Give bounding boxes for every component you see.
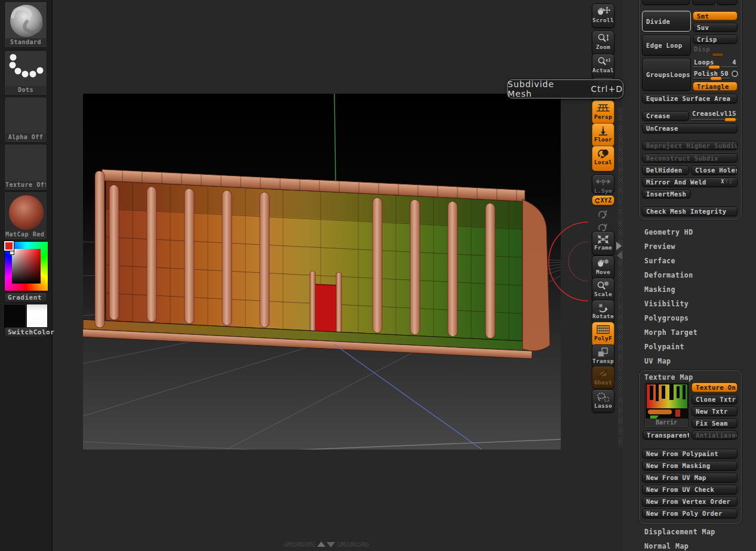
switch-color-button[interactable]: SwitchColor [4, 327, 47, 337]
new-from-poly-order-button[interactable]: New From Poly Order [642, 509, 737, 518]
current-color-swatch[interactable] [4, 241, 14, 251]
secondary-color-swatch[interactable] [26, 304, 48, 328]
local-button[interactable]: Local [592, 146, 614, 171]
smt-button[interactable]: Smt [693, 11, 737, 20]
lasso-label: Lasso [592, 402, 614, 410]
bottom-tray-divider[interactable] [284, 542, 315, 547]
section-visibility[interactable]: Visibility [644, 300, 689, 308]
transparent-button[interactable]: Transparent [643, 430, 690, 439]
ghost-icon [596, 368, 610, 379]
section-uv-map[interactable]: UV Map [644, 357, 671, 365]
polyframe-button[interactable]: PolyF [592, 322, 614, 346]
section-polygroups[interactable]: Polygroups [644, 314, 689, 322]
main-color-swatch[interactable] [4, 305, 25, 328]
new-from-masking-button[interactable]: New From Masking [642, 461, 737, 470]
section-texture-map[interactable]: Texture Map [644, 373, 693, 381]
divide-button[interactable]: Divide [642, 11, 691, 32]
clone-txtr-button[interactable]: Clone Txtr [692, 395, 737, 404]
color-cursor[interactable] [10, 250, 14, 255]
texture-selector[interactable]: Texture Off [4, 144, 47, 190]
groups-loops-button[interactable]: GroupsLoops [642, 58, 691, 91]
section-masking[interactable]: Masking [644, 285, 675, 294]
disp-slider[interactable]: Disp [693, 45, 737, 56]
new-from-uv-check-button[interactable]: New From UV Check [642, 485, 737, 494]
lasso-button[interactable]: Lasso [592, 389, 614, 413]
tray-down-arrow-icon[interactable] [327, 542, 335, 547]
section-preview[interactable]: Preview [644, 242, 675, 251]
floor-button[interactable]: Y Floor [592, 123, 614, 147]
rotate-button[interactable]: Rotate [592, 300, 614, 324]
new-txtr-button[interactable]: New Txtr [692, 407, 737, 416]
loops-slider[interactable]: Loops4 [693, 59, 737, 69]
new-from-uv-map-button[interactable]: New From UV Map [642, 473, 737, 482]
right-tray-divider[interactable] [618, 107, 623, 448]
transp-button[interactable]: Transp [592, 344, 614, 368]
polish-slider[interactable]: Polish50 [693, 70, 730, 80]
zoom-button[interactable]: Zoom [592, 30, 614, 55]
fix-seam-button[interactable]: Fix Seam [692, 418, 737, 428]
actual-button[interactable]: x1 Actual [592, 54, 614, 78]
triangle-button[interactable]: Triangle [693, 82, 737, 91]
color-picker[interactable] [4, 241, 48, 291]
section-geometry-hd[interactable]: Geometry HD [644, 228, 693, 236]
viewport-canvas[interactable] [83, 94, 561, 450]
rotate-z-button[interactable]: Z [592, 207, 614, 219]
crisp-button[interactable]: Crisp [693, 35, 737, 44]
color-sv-square[interactable] [12, 249, 41, 284]
material-selector[interactable]: MatCap Red Wa [4, 192, 47, 240]
frame-button[interactable]: Frame [592, 231, 614, 256]
alpha-selector[interactable]: Alpha Off [4, 97, 47, 143]
antialiased-button[interactable]: Antialiased [692, 430, 737, 439]
move-button[interactable]: Move [592, 256, 614, 279]
ghost-button[interactable]: Ghost [592, 366, 614, 389]
section-displacement-map[interactable]: Displacement Map [644, 528, 715, 536]
close-holes-button[interactable]: Close Holes [691, 165, 737, 175]
texture-thumbnail[interactable]: Barrir [644, 382, 689, 428]
crease-button[interactable]: Crease [642, 111, 689, 121]
scale-button[interactable]: Scale [592, 278, 614, 302]
texture-on-button[interactable]: Texture On [692, 383, 737, 392]
polish-mode-toggle[interactable] [732, 70, 738, 77]
scroll-button[interactable]: Scroll [592, 4, 614, 28]
section-deformation[interactable]: Deformation [644, 271, 693, 279]
reconstruct-subdiv-button[interactable]: Reconstruct Subdiv [642, 153, 737, 162]
rotate-y-button[interactable]: Y [592, 220, 614, 232]
matcap-sphere-icon [5, 193, 47, 232]
brush-standard[interactable]: Standard [4, 1, 47, 48]
tray-close-arrow-icon[interactable] [617, 251, 622, 260]
axis-z-toggle[interactable]: Z [729, 179, 733, 184]
transp-label: Transp [592, 358, 614, 365]
frame-corners-icon [596, 233, 610, 244]
uncrease-button[interactable]: UnCrease [642, 124, 737, 133]
edge-loop-button[interactable]: Edge Loop [642, 35, 691, 56]
svg-text:Y: Y [604, 224, 607, 229]
reproject-higher-subdiv-button[interactable]: Reproject Higher Subdiv [642, 141, 737, 150]
gradient-button[interactable]: Gradient [4, 293, 47, 303]
xyz-button[interactable]: XYZ [592, 195, 614, 205]
equalize-surface-area-button[interactable]: Equalize Surface Area [642, 94, 737, 103]
new-from-vertex-order-button[interactable]: New From Vertex Order [642, 497, 737, 506]
tray-open-arrow-icon[interactable] [616, 242, 622, 250]
alpha-off-label: Alpha Off [5, 133, 46, 141]
section-morph-target[interactable]: Morph Target [644, 328, 697, 337]
persp-button[interactable]: Persp [592, 100, 614, 124]
bottom-tray-divider[interactable] [337, 542, 369, 547]
floor-label: Floor [592, 136, 614, 144]
section-normal-map[interactable]: Normal Map [644, 542, 689, 550]
new-from-polypaint-button[interactable]: New From Polypaint [642, 449, 737, 458]
polish-value: 50 [721, 70, 729, 77]
del-hidden-button[interactable]: DelHidden [642, 165, 689, 175]
section-surface[interactable]: Surface [644, 257, 675, 265]
crease-lvl-value: 15 [729, 110, 736, 117]
mirror-axis-toggles[interactable]: XYZ [721, 179, 733, 184]
model-3d [83, 94, 561, 450]
crease-lvl-slider[interactable]: CreaseLvl15 [691, 110, 737, 121]
check-mesh-integrity-button[interactable]: Check Mesh Integrity [642, 207, 737, 216]
suv-button[interactable]: Suv [693, 23, 737, 32]
insert-mesh-button[interactable]: InsertMesh [642, 189, 691, 198]
mirror-and-weld-button[interactable]: Mirror And Weld XYZ [642, 177, 737, 187]
stroke-dots[interactable]: Dots [4, 50, 47, 96]
section-polypaint[interactable]: Polypaint [644, 343, 684, 351]
lsym-button[interactable]: L.Sym [592, 174, 614, 193]
tray-up-arrow-icon[interactable] [317, 541, 325, 547]
